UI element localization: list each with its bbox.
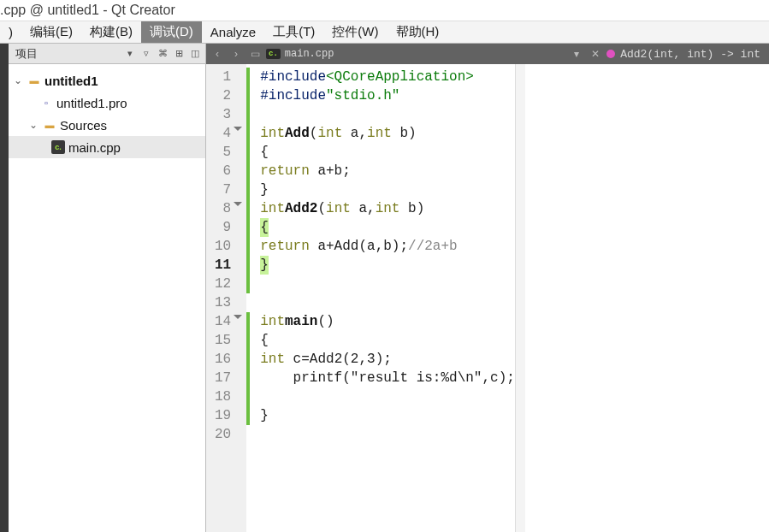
- tree-label: untitled1: [44, 74, 98, 88]
- editor-panel: ‹ › ▭ c. main.cpp ▾ ✕ Add2(int, int) -> …: [206, 44, 769, 532]
- line-number[interactable]: 8: [215, 199, 241, 218]
- code-line[interactable]: {: [260, 143, 515, 162]
- code-line[interactable]: }: [260, 180, 515, 199]
- code-line[interactable]: printf("result is:%d\n",c);: [260, 369, 515, 387]
- code-line[interactable]: {: [260, 331, 515, 350]
- editor-toolbar: ‹ › ▭ c. main.cpp ▾ ✕ Add2(int, int) -> …: [206, 44, 769, 64]
- toolbar-menu-icon[interactable]: ▭: [247, 46, 263, 62]
- mode-bar[interactable]: [0, 44, 9, 532]
- code-line[interactable]: int Add2(int a,int b): [260, 199, 515, 218]
- fold-icon[interactable]: [234, 202, 242, 206]
- chevron-down-icon: ⌄: [12, 74, 24, 86]
- code-line[interactable]: }: [260, 256, 515, 275]
- line-number[interactable]: 4: [215, 124, 241, 143]
- line-number[interactable]: 17: [215, 369, 241, 387]
- fold-icon[interactable]: [234, 127, 242, 131]
- tree-sources-folder[interactable]: ⌄ ▬ Sources: [9, 114, 205, 136]
- window-title: .cpp @ untitled1 - Qt Creator: [0, 0, 769, 21]
- code-line[interactable]: #include <QCoreApplication>: [260, 68, 515, 86]
- line-number[interactable]: 3: [215, 105, 241, 124]
- line-number[interactable]: 2: [215, 86, 241, 105]
- code-line[interactable]: [260, 293, 515, 312]
- code-line[interactable]: [260, 425, 515, 444]
- line-number[interactable]: 20: [215, 425, 241, 444]
- menu-help[interactable]: 帮助(H): [387, 21, 448, 43]
- line-number[interactable]: 11: [215, 256, 241, 275]
- tree-label: main.cpp: [68, 140, 121, 155]
- menu-close-paren[interactable]: ): [0, 22, 21, 42]
- code-line[interactable]: [260, 105, 515, 124]
- code-line[interactable]: [260, 275, 515, 293]
- folder-icon: ▬: [27, 74, 41, 87]
- line-number[interactable]: 10: [215, 237, 241, 256]
- line-number[interactable]: 18: [215, 387, 241, 406]
- tree-label: Sources: [60, 118, 107, 133]
- project-header-title: 项目: [12, 46, 123, 62]
- nav-back-icon[interactable]: ‹: [210, 46, 225, 62]
- tree-label: untitled1.pro: [56, 96, 127, 110]
- open-file-selector[interactable]: c. main.cpp: [266, 48, 565, 60]
- dropdown-icon[interactable]: ▾: [123, 48, 137, 59]
- code-line[interactable]: #include "stdio.h": [260, 86, 515, 105]
- menu-widgets[interactable]: 控件(W): [323, 21, 387, 43]
- line-number[interactable]: 13: [215, 293, 241, 312]
- line-number[interactable]: 16: [215, 350, 241, 369]
- tree-main-cpp[interactable]: c. main.cpp: [9, 136, 205, 158]
- vertical-scrollbar[interactable]: [515, 64, 525, 532]
- cpp-file-icon: c.: [51, 140, 65, 154]
- menu-edit[interactable]: 编辑(E): [21, 21, 81, 43]
- pro-file-icon: ▫: [39, 96, 53, 109]
- line-number[interactable]: 7: [215, 180, 241, 199]
- code-line[interactable]: int Add(int a,int b): [260, 124, 515, 143]
- code-line[interactable]: int c=Add2(2,3);: [260, 350, 515, 369]
- menu-analyze[interactable]: Analyze: [202, 22, 264, 42]
- code-area[interactable]: #include <QCoreApplication>#include "std…: [250, 64, 515, 532]
- folder-icon: ▬: [43, 118, 56, 132]
- menu-bar: ) 编辑(E) 构建(B) 调试(D) Analyze 工具(T) 控件(W) …: [0, 21, 769, 44]
- link-icon[interactable]: ⌘: [156, 48, 169, 59]
- nav-forward-icon[interactable]: ›: [228, 46, 244, 62]
- line-number[interactable]: 5: [215, 143, 241, 162]
- project-panel: 项目 ▾ ▿ ⌘ ⊞ ◫ ⌄ ▬ untitled1 ▫ untitled1.p…: [9, 44, 206, 532]
- code-editor[interactable]: 1234567891011121314151617181920 #include…: [206, 64, 769, 532]
- code-line[interactable]: }: [260, 406, 515, 425]
- code-line[interactable]: [260, 387, 515, 406]
- open-file-name: main.cpp: [285, 48, 334, 60]
- add-icon[interactable]: ⊞: [172, 48, 186, 59]
- filter-icon[interactable]: ▿: [139, 48, 153, 59]
- line-number-gutter[interactable]: 1234567891011121314151617181920: [206, 64, 246, 532]
- chevron-down-icon: ⌄: [27, 119, 39, 131]
- tree-project-root[interactable]: ⌄ ▬ untitled1: [9, 69, 205, 92]
- fold-icon[interactable]: [234, 315, 242, 319]
- menu-tools[interactable]: 工具(T): [264, 21, 323, 43]
- symbol-selector[interactable]: Add2(int, int) -> int: [606, 48, 766, 61]
- code-line[interactable]: {: [260, 218, 515, 237]
- project-tree: ⌄ ▬ untitled1 ▫ untitled1.pro ⌄ ▬ Source…: [9, 64, 205, 163]
- line-number[interactable]: 9: [215, 218, 241, 237]
- line-number[interactable]: 12: [215, 275, 241, 293]
- tree-pro-file[interactable]: ▫ untitled1.pro: [9, 92, 205, 114]
- split-icon[interactable]: ◫: [188, 48, 202, 59]
- cpp-file-icon: c.: [266, 49, 281, 59]
- close-file-icon[interactable]: ✕: [588, 46, 603, 62]
- code-line[interactable]: return a+Add(a,b);//2a+b: [260, 237, 515, 256]
- line-number[interactable]: 14: [215, 312, 241, 331]
- current-symbol: Add2(int, int) -> int: [620, 48, 760, 61]
- line-number[interactable]: 1: [215, 68, 241, 86]
- line-number[interactable]: 6: [215, 162, 241, 180]
- code-line[interactable]: return a+b;: [260, 162, 515, 180]
- line-number[interactable]: 19: [215, 406, 241, 425]
- project-header: 项目 ▾ ▿ ⌘ ⊞ ◫: [9, 44, 205, 64]
- file-dropdown-icon[interactable]: ▾: [569, 46, 584, 62]
- line-number[interactable]: 15: [215, 331, 241, 350]
- menu-debug[interactable]: 调试(D): [141, 21, 202, 43]
- code-line[interactable]: int main(): [260, 312, 515, 331]
- function-icon: [606, 50, 615, 58]
- menu-build[interactable]: 构建(B): [81, 21, 141, 43]
